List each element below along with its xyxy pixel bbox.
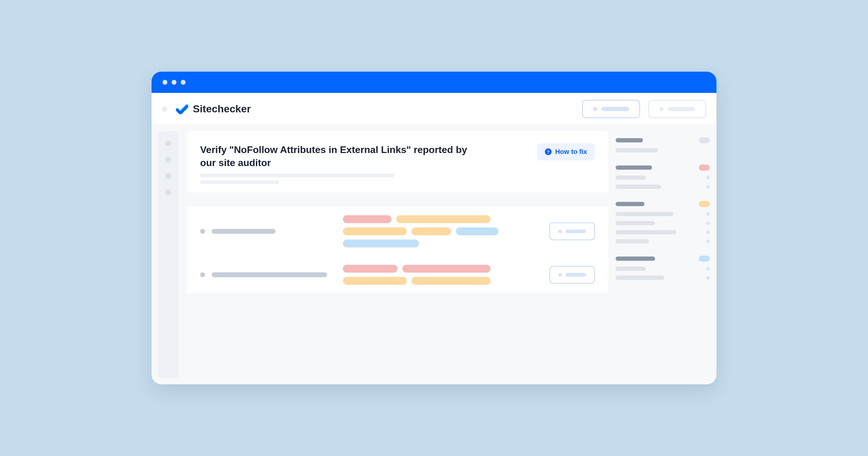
summary-group	[616, 137, 710, 153]
sidebar-item[interactable]	[165, 190, 171, 196]
summary-row[interactable]	[616, 165, 710, 171]
summary-label	[616, 212, 673, 216]
summary-dot	[706, 212, 710, 216]
row-url-placeholder	[200, 229, 331, 234]
issue-subtitle-placeholder	[200, 174, 528, 184]
summary-row[interactable]	[616, 239, 710, 243]
row-bullet	[200, 229, 205, 234]
summary-dot	[706, 185, 710, 189]
summary-group	[616, 165, 710, 189]
sidebar-item[interactable]	[165, 173, 171, 179]
sidebar-item[interactable]	[165, 140, 171, 146]
summary-label	[616, 202, 645, 206]
summary-badge	[699, 201, 710, 207]
topbar-primary-button[interactable]	[582, 100, 640, 118]
tag-chip	[411, 227, 451, 235]
row-action-button[interactable]	[550, 266, 595, 284]
placeholder-dot	[593, 107, 597, 111]
tag-chip	[343, 215, 392, 223]
window-titlebar	[152, 72, 716, 93]
result-row	[187, 206, 608, 256]
summary-label	[616, 239, 649, 243]
window-control-maximize[interactable]	[181, 80, 186, 85]
summary-label	[616, 138, 643, 142]
row-url-placeholder	[200, 272, 331, 277]
sidebar-item[interactable]	[165, 157, 171, 163]
sidebar	[158, 131, 179, 378]
content-column: Verify "NoFollow Attributes in External …	[187, 131, 608, 384]
tag-chip	[343, 277, 407, 285]
tag-chip	[343, 227, 407, 235]
summary-badge	[699, 137, 710, 143]
brand-logo[interactable]: Sitechecker	[176, 103, 251, 115]
app-body: Verify "NoFollow Attributes in External …	[152, 125, 716, 384]
how-to-fix-label: How to fix	[555, 148, 587, 156]
summary-label	[616, 230, 676, 234]
help-icon: ?	[545, 149, 552, 155]
summary-label	[616, 276, 664, 280]
how-to-fix-button[interactable]: ? How to fix	[537, 143, 595, 160]
summary-dot	[706, 230, 710, 234]
tag-chip	[343, 265, 398, 273]
summary-dot	[706, 239, 710, 243]
summary-label	[616, 257, 655, 261]
checkmark-icon	[176, 104, 188, 114]
placeholder-dot	[558, 273, 562, 276]
result-row	[187, 256, 608, 293]
window-control-close[interactable]	[162, 80, 167, 85]
topbar-secondary-button[interactable]	[648, 100, 706, 118]
summary-dot	[706, 221, 710, 225]
row-text-placeholder	[212, 229, 276, 234]
summary-group	[616, 256, 710, 280]
placeholder-bar	[565, 230, 586, 233]
summary-label	[616, 266, 646, 271]
summary-row[interactable]	[616, 201, 710, 207]
title-block: Verify "NoFollow Attributes in External …	[200, 143, 528, 184]
section-gap	[187, 193, 608, 206]
summary-label	[616, 148, 658, 153]
tag-chip	[402, 265, 491, 273]
summary-row[interactable]	[616, 212, 710, 216]
summary-label	[616, 221, 655, 225]
issue-card: Verify "NoFollow Attributes in External …	[187, 131, 608, 293]
summary-row[interactable]	[616, 137, 710, 143]
menu-toggle[interactable]	[162, 106, 167, 112]
issue-title: Verify "NoFollow Attributes in External …	[200, 143, 467, 169]
tag-chip	[456, 227, 498, 235]
summary-badge	[699, 165, 710, 171]
main-area: Verify "NoFollow Attributes in External …	[179, 125, 716, 384]
summary-row[interactable]	[616, 148, 710, 153]
tag-chip	[343, 239, 419, 248]
summary-dot	[706, 176, 710, 180]
summary-group	[616, 201, 710, 243]
topbar: Sitechecker	[152, 93, 716, 125]
summary-panel	[616, 131, 710, 384]
row-bullet	[200, 272, 205, 277]
summary-row[interactable]	[616, 185, 710, 189]
placeholder-bar	[565, 273, 586, 276]
summary-row[interactable]	[616, 256, 710, 262]
placeholder-dot	[558, 230, 562, 233]
row-text-placeholder	[212, 272, 327, 277]
summary-dot	[706, 267, 710, 270]
summary-label	[616, 175, 646, 180]
row-tags	[343, 265, 537, 285]
placeholder-bar	[668, 107, 695, 111]
placeholder-dot	[659, 107, 663, 111]
issue-header: Verify "NoFollow Attributes in External …	[187, 131, 608, 193]
summary-row[interactable]	[616, 221, 710, 225]
placeholder-bar	[602, 107, 629, 111]
app-window: Sitechecker Verify "NoFollow Attrib	[152, 72, 716, 384]
summary-row[interactable]	[616, 266, 710, 271]
summary-label	[616, 165, 652, 170]
row-action-button[interactable]	[550, 223, 595, 240]
summary-row[interactable]	[616, 175, 710, 180]
summary-dot	[706, 276, 710, 280]
summary-row[interactable]	[616, 230, 710, 234]
summary-label	[616, 185, 661, 189]
tag-chip	[411, 277, 491, 285]
summary-row[interactable]	[616, 276, 710, 280]
brand-name: Sitechecker	[193, 103, 251, 115]
window-control-minimize[interactable]	[172, 80, 177, 85]
tag-chip	[396, 215, 491, 223]
